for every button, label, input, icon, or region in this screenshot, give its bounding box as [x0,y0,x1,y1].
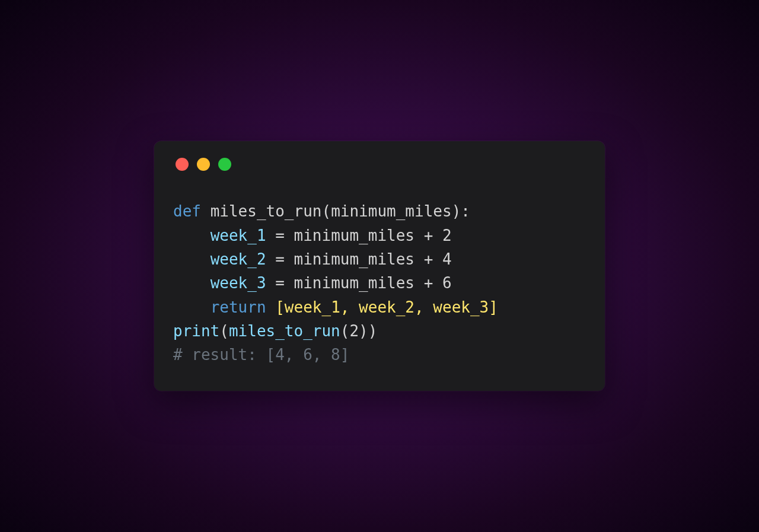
code-line-6: print(miles_to_run(2)) [173,319,586,343]
close-icon[interactable] [176,158,189,171]
maximize-icon[interactable] [218,158,231,171]
code-line-3: week_2 = minimum_miles + 4 [173,247,586,271]
keyword-return: return [211,298,266,316]
code-window: def miles_to_run(minimum_miles): week_1 … [154,141,605,390]
code-line-1: def miles_to_run(minimum_miles): [173,199,586,223]
code-line-4: week_3 = minimum_miles + 6 [173,271,586,295]
variable-week2: week_2 [211,250,266,268]
comment-result: # result: [4, 6, 8] [173,346,349,364]
code-line-2: week_1 = minimum_miles + 2 [173,224,586,247]
variable-week3: week_3 [211,274,266,292]
function-call: miles_to_run [229,322,340,340]
print-call: print [173,322,219,340]
variable-week1: week_1 [211,227,266,244]
code-line-5: return [week_1, week_2, week_3] [173,295,586,319]
code-content: def miles_to_run(minimum_miles): week_1 … [173,199,586,367]
minimize-icon[interactable] [197,158,210,171]
traffic-lights [176,158,586,171]
parameter: minimum_miles [331,202,452,220]
code-line-7: # result: [4, 6, 8] [173,343,586,367]
keyword-def: def [173,202,201,220]
function-name: miles_to_run [211,202,322,220]
